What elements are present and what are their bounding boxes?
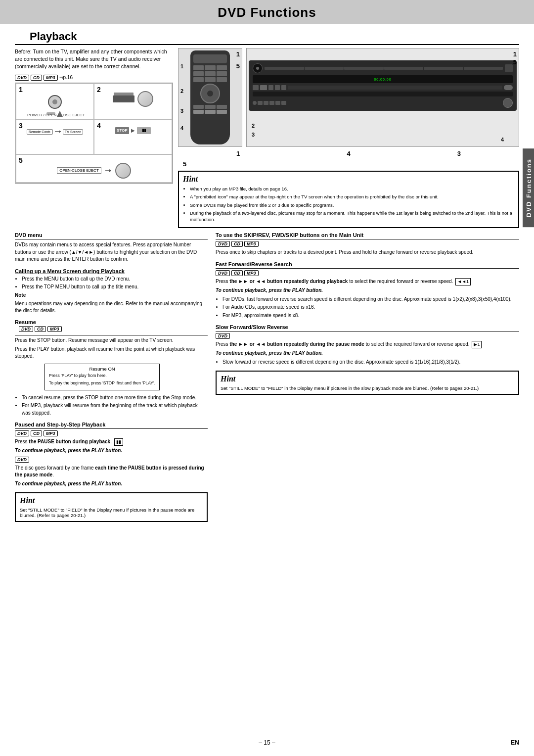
skip-buttons-section: To use the SKIP/REV, FWD/SKIP buttons on… xyxy=(216,232,519,256)
paused-italic1: To continue playback, press the PLAY but… xyxy=(15,447,208,455)
lang-label: EN xyxy=(511,739,519,746)
sf-bullet1: Slow forward or reverse speed is differe… xyxy=(222,359,519,366)
ff-text1: Press the ►► or ◄◄ button repeatedly dur… xyxy=(216,278,519,285)
resume-bullet1: To cancel resume, press the STOP button … xyxy=(22,394,208,402)
hint-right-title: Hint xyxy=(183,175,514,184)
slow-forward-section: Slow Forward/Slow Reverse DVD Press the … xyxy=(216,324,519,366)
side-label: DVD Functions xyxy=(523,148,534,227)
unit-label-4: 4 xyxy=(501,137,504,142)
paused-italic2: To continue playback, press the PLAY but… xyxy=(15,480,208,488)
step-icon: ▶1 xyxy=(472,341,482,348)
step-1-label: 1 xyxy=(19,86,23,94)
section-title: Playback xyxy=(15,28,519,45)
resume-title: Resume DVD CD MP3 xyxy=(15,319,208,335)
hint-right-item-3: Some DVDs may be played from title 2 or … xyxy=(190,202,514,208)
bottom-num-3: 3 xyxy=(457,150,461,157)
paused-text1: Press the PAUSE button during playback. … xyxy=(15,438,208,446)
paused-title: Paused and Step-by-Step Playback xyxy=(15,422,208,429)
step-4-label: 4 xyxy=(97,122,101,130)
hint-right-item-2: A "prohibited icon" may appear at the to… xyxy=(190,193,514,200)
sf-text1: Press the ►► or ◄◄ button repeatedly dur… xyxy=(216,341,519,348)
hint-right-item-1: When you play an MP3 file, details on pa… xyxy=(190,186,514,192)
ff-mp3-badge: MP3 xyxy=(244,270,259,276)
resume-on-box: Resume ON Press 'PLAY' to play from here… xyxy=(44,364,160,390)
arrow-text: ⇒p.16 xyxy=(59,75,73,80)
note-label: Note xyxy=(15,292,26,298)
skip-title: To use the SKIP/REV, FWD/SKIP buttons on… xyxy=(216,232,519,239)
hint-box-right: Hint When you play an MP3 file, details … xyxy=(178,171,519,228)
ff-bullet1: For DVDs, fast forward or reverse search… xyxy=(222,296,519,303)
step-4-cell: 4 STOP ▶ ▮▮ xyxy=(94,120,172,154)
calling-menu-title: Calling up a Menu Screen during Playback xyxy=(15,268,208,274)
paused-section: Paused and Step-by-Step Playback DVD CD … xyxy=(15,422,208,487)
hint-right-list: When you play an MP3 file, details on pa… xyxy=(183,186,514,223)
ff-dvd-badge: DVD xyxy=(216,270,230,276)
paused-dvd-only-badge: DVD xyxy=(15,457,29,463)
resume-text1: Press the STOP button. Resume message wi… xyxy=(15,337,208,344)
step-3-cell: 3 Remote Contr. TV Screen xyxy=(16,120,93,154)
calling-menu-section: Calling up a Menu Screen during Playback… xyxy=(15,268,208,315)
resume-bullet2: For MP3, playback will resume from the b… xyxy=(22,402,208,417)
bottom-num-1: 1 xyxy=(236,150,240,157)
remote-label-4: 4 xyxy=(180,125,183,131)
hint-left-title: Hint xyxy=(20,496,203,505)
dvd-menu-title: DVD menu xyxy=(15,232,208,239)
rewind-icon: ◄◄1 xyxy=(455,278,471,285)
paused-dvd-badge: DVD xyxy=(15,430,29,436)
step-3-label: 3 xyxy=(19,122,23,130)
device-diagram-area: 1 5 xyxy=(178,48,519,147)
page-number: – 15 – xyxy=(259,739,275,746)
step-2-cell: 2 xyxy=(94,84,172,119)
steps-diagram: 1 POWER / OPEN·CLOSE EJECT xyxy=(15,83,173,184)
resume-text2: Press the PLAY button, playback will res… xyxy=(15,346,208,360)
resume-box-line1: Press 'PLAY' to play from here. xyxy=(49,373,155,379)
intro-text: Before: Turn on the TV, amplifier and an… xyxy=(15,48,173,71)
bottom-numbers: 1 4 3 xyxy=(178,150,519,157)
step-2-label: 2 xyxy=(97,86,101,94)
hint-box-bottom-left: Hint Set "STILL MODE" to "FIELD" in the … xyxy=(15,492,208,522)
skip-mp3-badge: MP3 xyxy=(244,241,259,247)
remote-label-3: 3 xyxy=(180,108,183,114)
sf-dvd-badge: DVD xyxy=(216,333,230,339)
remote-num-5: 5 xyxy=(236,62,240,70)
ff-bullet3: For MP3, approximate speed is x8. xyxy=(222,312,519,320)
bottom-num-5-row: 5 xyxy=(178,160,519,168)
resume-box-title: Resume ON xyxy=(49,366,155,372)
unit-num-5: 5 xyxy=(513,58,517,66)
page-title: DVD Functions xyxy=(0,5,534,20)
calling-menu-item-2: Press the TOP MENU button to call up the… xyxy=(22,284,208,291)
hint-right-bottom-title: Hint xyxy=(221,375,514,383)
skip-text: Press once to skip chapters or tracks to… xyxy=(216,249,519,256)
dvd-unit-diagram: 1 5 xyxy=(246,48,519,147)
hint-box-bottom-right: Hint Set "STILL MODE" to "FIELD" in the … xyxy=(216,371,519,395)
resume-dvd-badge: DVD xyxy=(19,326,33,332)
resume-cd-badge: CD xyxy=(35,326,46,332)
step-1-desc: POWER / OPEN·CLOSE EJECT xyxy=(27,113,91,117)
step-1-cell: 1 POWER / OPEN·CLOSE EJECT xyxy=(16,84,93,119)
bottom-num-5: 5 xyxy=(183,160,186,168)
remote-label-1: 1 xyxy=(180,63,183,69)
resume-box-line2: To play the beginning, press 'STOP' firs… xyxy=(49,380,155,386)
fast-forward-title: Fast Forward/Reverse Search xyxy=(216,261,519,269)
mp3-badge: MP3 xyxy=(44,75,58,81)
unit-num-1: 1 xyxy=(513,50,517,58)
step-5-label: 5 xyxy=(19,156,23,164)
pause-icon: ▮▮ xyxy=(114,438,123,446)
dvd-menu-text: DVDs may contain menus to access special… xyxy=(15,241,208,263)
fast-forward-section: Fast Forward/Reverse Search DVD CD MP3 P… xyxy=(216,261,519,319)
paused-text2: The disc goes forward by one frame each … xyxy=(15,465,208,479)
hint-right-item-4: During the playback of a two-layered dis… xyxy=(190,210,514,223)
unit-label-2: 2 xyxy=(252,123,255,129)
ff-cd-badge: CD xyxy=(231,270,243,276)
svg-marker-2 xyxy=(59,130,61,133)
skip-dvd-badge: DVD xyxy=(216,241,230,247)
cd-badge: CD xyxy=(31,75,42,81)
dvd-badge: DVD xyxy=(15,75,29,81)
skip-cd-badge: CD xyxy=(231,241,243,247)
ff-italic1: To continue playback, press the PLAY but… xyxy=(216,287,519,294)
calling-menu-note-text: Menu operations may vary depending on th… xyxy=(15,300,208,314)
remote-label-2: 2 xyxy=(180,88,183,94)
unit-label-3: 3 xyxy=(252,132,255,138)
bottom-num-4: 4 xyxy=(347,150,350,157)
paused-mp3-badge: MP3 xyxy=(44,430,58,436)
